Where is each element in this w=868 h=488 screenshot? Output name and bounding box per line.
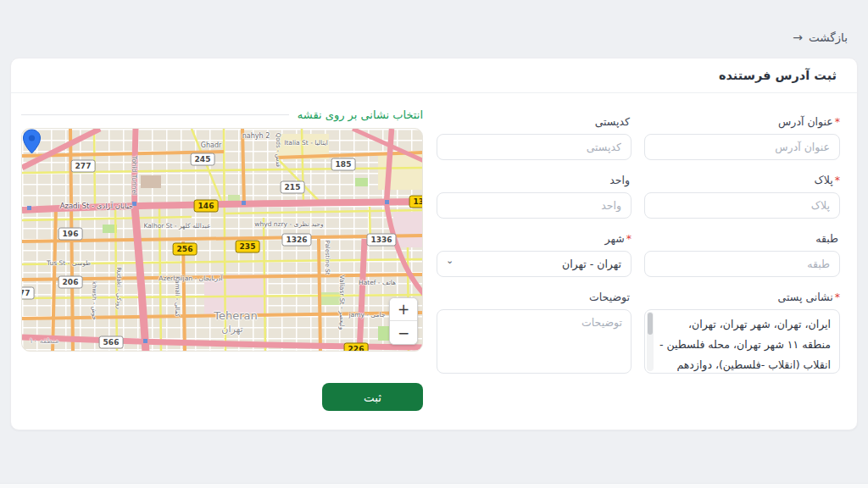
map-street-label: khwsh - خوش <box>91 281 97 320</box>
chevron-down-icon: ⌄ <box>446 255 453 266</box>
field-city: *شهر تهران - تهران ⌄ <box>437 232 632 277</box>
map-road-shield: 1336 <box>366 234 396 247</box>
map-road-shield: 136 <box>409 196 423 208</box>
field-postal-address: *نشانی پستی ایران، تهران، شهر تهران، تهر… <box>644 291 840 374</box>
postal-address-value: ایران، تهران، شهر تهران، تهران، منطقه ۱۱… <box>645 310 839 374</box>
map-road-shield: 196 <box>58 228 83 241</box>
map-street-label: Valiasr St - ولیعصر <box>338 275 346 330</box>
field-label: *شهر <box>437 232 632 245</box>
postal-code-input[interactable] <box>437 134 632 160</box>
map-road-shield: 245 <box>191 153 215 166</box>
address-form: *عنوان آدرس کدپستی *پلاک واحد طبقه <box>437 107 840 411</box>
field-label: کدپستی <box>437 115 632 128</box>
submit-button[interactable]: ثبت <box>322 383 423 411</box>
field-label: واحد <box>437 174 632 186</box>
map-street-label: Palestine St <box>324 241 331 275</box>
field-label: *پلاک <box>644 174 840 186</box>
map-street-label: Kalhor St - عبدالله کلهر <box>143 222 210 230</box>
map-road-shield: 146 <box>194 200 219 213</box>
zoom-in-button[interactable]: + <box>390 298 417 321</box>
map-road-shield: 1326 <box>281 234 311 247</box>
field-unit: واحد <box>437 174 632 219</box>
map-street-label: منطقه ۱۰ <box>30 336 59 345</box>
map-street-label: Azadi St - خیابان آزادی <box>60 202 134 210</box>
notes-area <box>437 309 632 374</box>
map-street-label: jamy - جامی <box>348 311 385 319</box>
map-street-label: Qods - قدس <box>275 133 281 167</box>
map-street-label: Kamali - کمالی <box>174 276 181 317</box>
map-street-label: Hatef - هاتف <box>359 279 396 286</box>
map-road-shield: 185 <box>331 158 356 171</box>
map-marker-pin-icon[interactable] <box>22 129 42 154</box>
map-road-shield: 256 <box>173 243 198 256</box>
back-arrow-icon: → <box>793 30 803 44</box>
floor-input[interactable] <box>644 251 840 277</box>
map-road-shield: 235 <box>236 241 260 253</box>
city-select-value: تهران - تهران <box>562 258 621 270</box>
divider <box>21 114 289 115</box>
map-pick-label: انتخاب نشانی بر روی نقشه <box>298 108 423 121</box>
back-label: بازگشت <box>809 30 848 44</box>
map-road-shield: 277 <box>21 287 34 300</box>
field-label: *نشانی پستی <box>644 291 840 303</box>
address-card: ثبت آدرس فرستنده *عنوان آدرس کدپستی *پلا… <box>10 58 858 430</box>
field-address-title: *عنوان آدرس <box>644 115 840 160</box>
field-notes: توضیحات <box>437 291 632 374</box>
field-plaque: *پلاک <box>644 174 840 219</box>
city-select[interactable]: تهران - تهران ⌄ <box>437 251 632 277</box>
map-zoom-control: + − <box>389 297 418 345</box>
page-title: ثبت آدرس فرستنده <box>719 69 837 82</box>
map-street-label: Tus St - طوسی <box>47 259 91 267</box>
bottom-strip <box>0 483 868 488</box>
field-floor: طبقه <box>644 232 840 277</box>
address-title-input[interactable] <box>644 134 840 160</box>
field-label: *عنوان آدرس <box>644 115 840 128</box>
map-street-label: Tohid Tunnel <box>131 156 138 195</box>
unit-input[interactable] <box>437 192 632 219</box>
map-street-label: whyd nzry - وحید نظری <box>254 220 323 228</box>
map[interactable]: 2772451962151851326133620656627714613625… <box>21 128 423 352</box>
notes-textarea[interactable] <box>437 310 631 373</box>
field-label: طبقه <box>644 232 840 245</box>
field-label: توضیحات <box>437 291 632 303</box>
map-section: انتخاب نشانی بر روی نقشه <box>21 107 423 411</box>
map-road-shield: 206 <box>58 276 83 289</box>
map-street-label: Rudaki - رودکی <box>115 267 122 309</box>
plaque-input[interactable] <box>644 192 840 219</box>
field-postal-code: کدپستی <box>437 115 632 160</box>
map-road-shield: 215 <box>281 181 305 194</box>
map-road-shield: 226 <box>344 343 369 352</box>
textarea-scrollbar[interactable] <box>647 312 654 371</box>
map-overlay-layer: 2772451962151851326133620656627714613625… <box>22 129 422 351</box>
map-road-shield: 566 <box>99 336 124 349</box>
map-street-label: Ghadr <box>201 141 222 149</box>
card-header: ثبت آدرس فرستنده <box>11 58 857 93</box>
map-street-label: تهران <box>221 324 242 335</box>
map-road-shield: 277 <box>71 160 96 173</box>
back-button[interactable]: بازگشت → <box>793 30 848 44</box>
postal-address-textarea[interactable]: ایران، تهران، شهر تهران، تهران، منطقه ۱۱… <box>644 309 840 374</box>
zoom-out-button[interactable]: − <box>390 321 417 344</box>
map-street-label: nahyh 2 <box>242 132 270 140</box>
map-street-label: Teheran <box>214 309 258 322</box>
map-street-label: Italia St - ایتالیا <box>284 139 328 147</box>
map-street-label: Azerbaijan - آذربایجان <box>159 274 222 282</box>
